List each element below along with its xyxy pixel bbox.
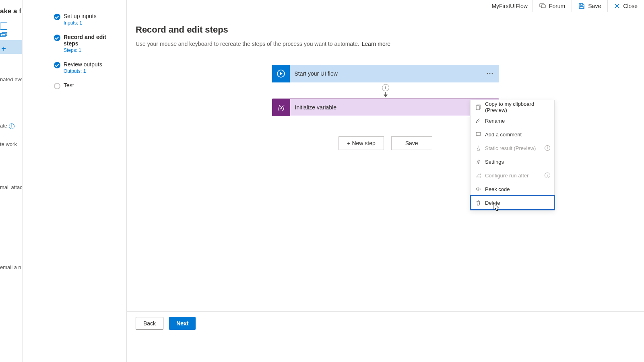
arrow-down-icon (384, 95, 388, 97)
eye-icon (475, 187, 481, 191)
plus-icon[interactable]: + (0, 45, 7, 52)
check-icon (54, 62, 60, 68)
menu-add-comment[interactable]: Add a comment (471, 128, 554, 141)
canvas-action-row: + New step Save (339, 136, 432, 150)
learn-more-link[interactable]: Learn more (362, 41, 391, 47)
forum-button[interactable]: Forum (533, 0, 572, 12)
menu-copy[interactable]: Copy to my clipboard (Preview) (471, 100, 554, 114)
svg-rect-3 (541, 5, 545, 8)
branch-icon (475, 173, 481, 178)
flow-card-initialize-variable[interactable]: {x} Initialize variable (272, 99, 499, 116)
flow-card-start[interactable]: Start your UI flow (272, 65, 499, 82)
close-button[interactable]: Close (607, 0, 644, 12)
trash-icon (475, 200, 481, 206)
info-icon[interactable]: i (545, 145, 550, 151)
page-title: Record and edit steps (127, 12, 644, 35)
gear-icon (475, 159, 481, 165)
menu-configure-run-after: Configure run after i (471, 169, 554, 182)
step-test[interactable]: Test (23, 78, 126, 93)
square-icon (0, 32, 7, 39)
flow-name: MyFirstUIFlow (487, 3, 532, 9)
sliver-title: ake a flo (0, 0, 22, 15)
svg-point-7 (491, 73, 493, 74)
circle-icon (54, 83, 60, 89)
pencil-icon (475, 118, 481, 123)
svg-rect-13 (476, 106, 479, 110)
new-step-button[interactable]: + New step (339, 136, 384, 150)
menu-static-result: Static result (Preview) i (471, 141, 554, 155)
info-icon[interactable]: i (545, 173, 550, 178)
svg-rect-14 (476, 132, 481, 136)
top-toolbar: MyFirstUIFlow Forum Save Close (127, 0, 644, 12)
menu-settings[interactable]: Settings (471, 155, 554, 169)
wizard-steps-sidebar: Set up inputs Inputs: 1 Record and edit … (23, 0, 127, 362)
flask-icon (475, 146, 481, 151)
copy-icon (475, 105, 481, 110)
svg-rect-0 (0, 33, 5, 37)
main-content: Record and edit steps Use your mouse and… (127, 12, 644, 362)
save-button[interactable]: Save (572, 0, 607, 12)
svg-point-18 (478, 189, 479, 190)
page-subtitle: Use your mouse and keyboard to recreate … (127, 35, 644, 47)
menu-delete[interactable]: Delete (471, 196, 554, 210)
menu-rename[interactable]: Rename (471, 114, 554, 128)
wizard-footer: Back Next (127, 311, 644, 335)
play-icon (272, 65, 290, 82)
canvas-save-button[interactable]: Save (391, 136, 432, 150)
svg-point-6 (489, 73, 490, 74)
step-setup-inputs[interactable]: Set up inputs Inputs: 1 (23, 9, 126, 30)
insert-step-connector: + (381, 82, 390, 99)
svg-point-17 (479, 176, 481, 177)
close-icon (614, 3, 620, 9)
variable-icon: {x} (272, 99, 290, 116)
check-icon (54, 35, 60, 41)
left-panel-sliver: ake a flo + nated even atei te work mail… (0, 0, 23, 362)
svg-rect-1 (2, 33, 7, 36)
forum-icon (539, 3, 546, 9)
menu-peek-code[interactable]: Peek code (471, 182, 554, 196)
svg-text:{x}: {x} (278, 104, 285, 111)
flow-canvas: Start your UI flow + {x} Initialize vari… (127, 65, 644, 150)
svg-point-16 (479, 173, 481, 175)
card-more-button[interactable] (482, 66, 497, 81)
comment-icon (475, 132, 481, 137)
check-icon (54, 14, 60, 20)
step-review-outputs[interactable]: Review outputs Outputs: 1 (23, 57, 126, 78)
square-icon (0, 23, 7, 30)
card-context-menu: Copy to my clipboard (Preview) Rename Ad… (470, 100, 555, 210)
save-icon (578, 3, 585, 9)
svg-point-15 (477, 161, 479, 162)
insert-step-button[interactable]: + (382, 84, 389, 91)
step-record-edit[interactable]: Record and edit steps Steps: 1 (23, 30, 126, 57)
next-button[interactable]: Next (169, 317, 196, 330)
back-button[interactable]: Back (136, 317, 163, 330)
svg-point-5 (487, 73, 488, 74)
